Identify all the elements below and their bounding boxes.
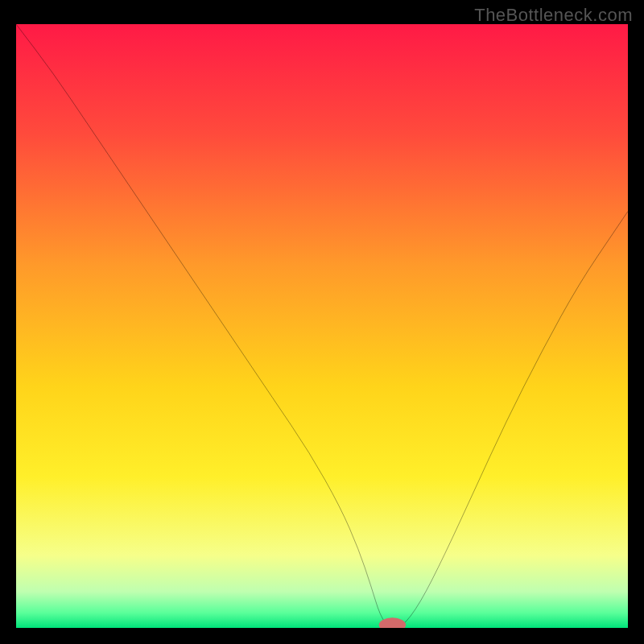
plot-svg <box>16 24 628 628</box>
watermark-text: TheBottleneck.com <box>474 5 633 26</box>
chart-frame: TheBottleneck.com <box>0 0 644 644</box>
bottleneck-plot <box>16 24 628 628</box>
gradient-rect <box>16 24 628 628</box>
